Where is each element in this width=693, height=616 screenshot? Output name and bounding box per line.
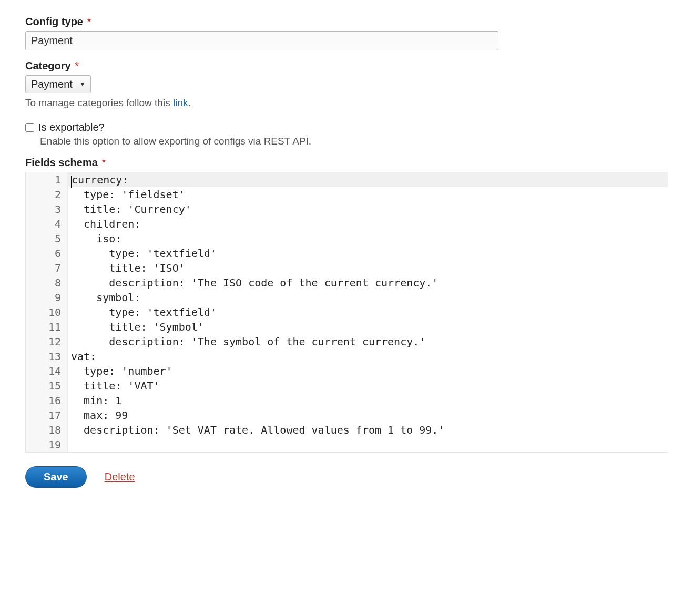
delete-link[interactable]: Delete xyxy=(105,471,135,483)
line-number: 6 xyxy=(26,246,68,261)
code-text: title: 'VAT' xyxy=(68,378,668,393)
schema-label-text: Fields schema xyxy=(25,157,98,168)
code-line[interactable]: 10 type: 'textfield' xyxy=(26,305,668,320)
code-line[interactable]: 7 title: 'ISO' xyxy=(26,261,668,275)
text-cursor xyxy=(71,176,72,188)
code-line[interactable]: 16 min: 1 xyxy=(26,393,668,408)
code-text: type: 'fieldset' xyxy=(68,187,668,202)
exportable-label[interactable]: Is exportable? xyxy=(38,121,105,134)
code-line[interactable]: 11 title: 'Symbol' xyxy=(26,320,668,334)
code-line[interactable]: 17 max: 99 xyxy=(26,408,668,423)
code-text: children: xyxy=(68,217,668,231)
line-number: 3 xyxy=(26,202,68,217)
code-text: description: 'The ISO code of the curren… xyxy=(68,275,668,290)
code-text: currency: xyxy=(68,172,668,187)
code-line[interactable]: 13vat: xyxy=(26,349,668,364)
code-text: type: 'number' xyxy=(68,364,668,378)
line-number: 19 xyxy=(26,437,68,452)
line-number: 17 xyxy=(26,408,68,423)
code-line[interactable]: 6 type: 'textfield' xyxy=(26,246,668,261)
code-line[interactable]: 4 children: xyxy=(26,217,668,231)
exportable-description: Enable this option to allow exporting of… xyxy=(40,136,668,147)
code-text: max: 99 xyxy=(68,408,668,423)
code-text: title: 'ISO' xyxy=(68,261,668,275)
code-text: iso: xyxy=(68,231,668,246)
line-number: 8 xyxy=(26,275,68,290)
category-label: Category * xyxy=(25,60,668,72)
required-marker: * xyxy=(87,16,91,27)
code-line[interactable]: 2 type: 'fieldset' xyxy=(26,187,668,202)
line-number: 14 xyxy=(26,364,68,378)
code-line[interactable]: 14 type: 'number' xyxy=(26,364,668,378)
code-line[interactable]: 12 description: 'The symbol of the curre… xyxy=(26,334,668,349)
exportable-checkbox[interactable] xyxy=(25,123,34,132)
category-manage-link[interactable]: link xyxy=(173,97,188,108)
line-number: 15 xyxy=(26,378,68,393)
code-text: title: 'Symbol' xyxy=(68,320,668,334)
line-number: 9 xyxy=(26,290,68,305)
code-line[interactable]: 1currency: xyxy=(26,172,668,187)
category-select[interactable]: Payment xyxy=(25,75,91,93)
category-help-text: To manage categories follow this link. xyxy=(25,97,668,109)
config-type-label: Config type * xyxy=(25,16,668,28)
code-text: title: 'Currency' xyxy=(68,202,668,217)
schema-label: Fields schema * xyxy=(25,157,668,169)
code-text: vat: xyxy=(68,349,668,364)
code-text: type: 'textfield' xyxy=(68,246,668,261)
code-line[interactable]: 5 iso: xyxy=(26,231,668,246)
code-line[interactable]: 8 description: 'The ISO code of the curr… xyxy=(26,275,668,290)
code-line[interactable]: 15 title: 'VAT' xyxy=(26,378,668,393)
code-line[interactable]: 18 description: 'Set VAT rate. Allowed v… xyxy=(26,423,668,437)
code-line[interactable]: 9 symbol: xyxy=(26,290,668,305)
line-number: 10 xyxy=(26,305,68,320)
code-text: min: 1 xyxy=(68,393,668,408)
code-line[interactable]: 3 title: 'Currency' xyxy=(26,202,668,217)
line-number: 11 xyxy=(26,320,68,334)
schema-code-editor[interactable]: 1currency:2 type: 'fieldset'3 title: 'Cu… xyxy=(25,172,668,453)
config-type-label-text: Config type xyxy=(25,16,83,27)
line-number: 2 xyxy=(26,187,68,202)
line-number: 5 xyxy=(26,231,68,246)
code-text: type: 'textfield' xyxy=(68,305,668,320)
line-number: 12 xyxy=(26,334,68,349)
line-number: 16 xyxy=(26,393,68,408)
code-text: description: 'Set VAT rate. Allowed valu… xyxy=(68,423,668,437)
line-number: 7 xyxy=(26,261,68,275)
save-button[interactable]: Save xyxy=(25,466,87,488)
line-number: 13 xyxy=(26,349,68,364)
line-number: 18 xyxy=(26,423,68,437)
config-type-input[interactable] xyxy=(25,31,498,50)
code-text: description: 'The symbol of the current … xyxy=(68,334,668,349)
required-marker: * xyxy=(75,60,79,71)
required-marker: * xyxy=(101,157,106,168)
code-text xyxy=(68,437,668,452)
category-help-prefix: To manage categories follow this xyxy=(25,97,173,108)
code-text: symbol: xyxy=(68,290,668,305)
code-line[interactable]: 19 xyxy=(26,437,668,452)
category-help-suffix: . xyxy=(188,97,190,108)
category-label-text: Category xyxy=(25,60,71,71)
line-number: 4 xyxy=(26,217,68,231)
line-number: 1 xyxy=(26,172,68,187)
